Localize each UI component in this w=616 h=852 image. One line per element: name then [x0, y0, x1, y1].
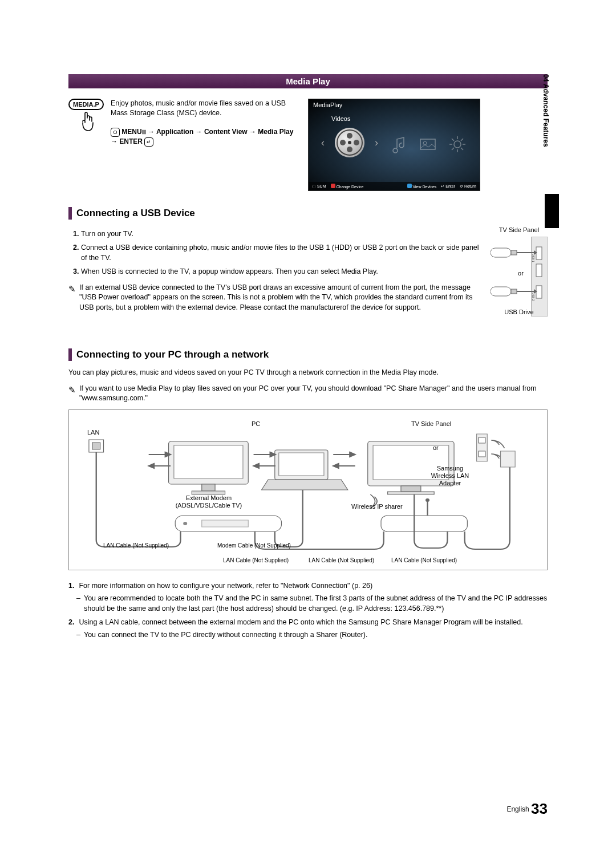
tv-side-label: TV Side Panel: [411, 420, 451, 428]
pc-label: PC: [252, 420, 260, 428]
enter-icon: ↵: [144, 137, 153, 147]
usb-steps: Turn on your TV. Connect a USB device co…: [68, 226, 479, 332]
lan-label: LAN: [87, 429, 99, 436]
svg-marker-50: [149, 464, 154, 468]
usb-note: ✎ If an external USB device connected to…: [68, 283, 479, 313]
svg-point-8: [454, 141, 461, 148]
svg-marker-58: [333, 464, 338, 468]
svg-point-3: [347, 147, 352, 152]
mediaplay-bottom-bar: ⬚ SUM Change Device View Devices ↵ Enter…: [309, 182, 480, 190]
svg-text:USB 2: USB 2: [532, 293, 535, 301]
lan-cable-4: LAN Cable (Not Supplied): [391, 557, 457, 564]
svg-rect-21: [491, 248, 511, 257]
svg-rect-36: [202, 484, 215, 491]
title-bar-icon: [68, 207, 72, 220]
pc-note-text: If you want to use Media Play to play fi…: [79, 384, 548, 404]
step-1-sub: –You are recommended to locate both the …: [76, 593, 548, 614]
svg-line-16: [452, 148, 454, 150]
return-label: ↺ Return: [460, 184, 476, 189]
svg-rect-19: [536, 264, 542, 277]
menu-icon: O: [111, 128, 120, 137]
intro-description: Enjoy photos, music and/or movie files s…: [111, 99, 297, 118]
svg-point-2: [354, 140, 359, 145]
lan-cable-2: LAN Cable (Not Supplied): [223, 557, 289, 564]
svg-rect-26: [511, 289, 517, 294]
page-footer: English 33: [506, 800, 548, 818]
svg-marker-56: [350, 452, 355, 457]
network-diagram: LAN PC TV Side Panel or Samsung Wireless…: [68, 409, 548, 570]
usb-note-text: If an external USB device connected to t…: [79, 283, 479, 313]
tv-side-panel-label: TV Side Panel: [491, 226, 548, 233]
svg-rect-20: [536, 286, 542, 298]
svg-point-5: [348, 141, 351, 144]
svg-point-7: [423, 141, 427, 145]
mediaplay-icons: ‹ ›: [309, 128, 480, 157]
pc-steps: 1. For more information on how to config…: [68, 581, 548, 640]
mediaplay-title: MediaPlay: [309, 99, 480, 111]
section-usb-title: Connecting a USB Device: [68, 207, 548, 220]
nav-menu: MENU: [121, 128, 141, 136]
change-device-label: Change Device: [336, 185, 363, 189]
intro-section: MEDIA.P Enjoy photos, music and/or movie…: [68, 99, 548, 191]
svg-rect-45: [479, 437, 485, 443]
side-tab-marker: [545, 194, 559, 228]
page-number: 33: [531, 800, 548, 817]
videos-reel-icon: [335, 128, 364, 157]
chapter-number: 04: [542, 74, 550, 82]
lan-cable-3: LAN Cable (Not Supplied): [309, 557, 374, 564]
svg-rect-46: [479, 451, 485, 457]
svg-rect-18: [536, 247, 542, 259]
section-usb-heading: Connecting a USB Device: [76, 208, 195, 219]
step-2-sub: –You can connect the TV to the PC direct…: [76, 630, 548, 640]
svg-rect-61: [202, 520, 248, 527]
svg-line-14: [461, 148, 463, 150]
svg-rect-35: [174, 445, 243, 478]
svg-point-60: [183, 522, 187, 525]
or-label-2: or: [433, 444, 439, 452]
external-modem-label: External Modem (ADSL/VDSL/Cable TV): [175, 494, 243, 509]
tv-side-panel-graphic: TV Side Panel USB 1 USB 2 or: [491, 226, 548, 332]
svg-rect-25: [491, 287, 511, 296]
remote-button-label: MEDIA.P: [68, 99, 104, 110]
enter-label: ↵ Enter: [441, 184, 455, 189]
note-icon: ✎: [68, 384, 76, 404]
sum-indicator: ⬚ SUM: [312, 184, 326, 189]
hand-icon: [68, 111, 104, 137]
svg-text:USB 1: USB 1: [532, 254, 535, 262]
section-pc-title: Connecting to your PC through a network: [68, 348, 548, 361]
chevron-right-icon: ›: [375, 137, 378, 149]
settings-icon: [448, 135, 467, 154]
svg-rect-65: [501, 451, 516, 467]
chevron-left-icon: ‹: [321, 137, 325, 149]
step-1-num: 1.: [68, 581, 74, 591]
usb-port-diagram: USB 1 USB 2: [491, 237, 548, 317]
key-a-icon: [331, 184, 335, 188]
page-title-bar: Media Play: [68, 74, 548, 88]
svg-line-13: [452, 139, 454, 141]
svg-rect-6: [420, 139, 435, 149]
usb-step-2: Connect a USB device containing photo, m…: [81, 242, 479, 263]
svg-marker-54: [254, 464, 259, 468]
section-pc-heading: Connecting to your PC through a network: [76, 349, 269, 360]
remote-button-graphic: MEDIA.P: [68, 99, 104, 191]
pc-intro-text: You can play pictures, music and videos …: [68, 368, 548, 378]
mediaplay-category: Videos: [309, 111, 480, 125]
title-bar-icon: [68, 348, 72, 361]
intro-left: MEDIA.P Enjoy photos, music and/or movie…: [68, 99, 297, 191]
pc-note: ✎ If you want to use Media Play to play …: [68, 384, 548, 404]
note-icon: ✎: [68, 283, 76, 313]
intro-text-block: Enjoy photos, music and/or movie files s…: [111, 99, 297, 191]
svg-rect-32: [92, 443, 100, 449]
usb-step-list: Turn on your TV. Connect a USB device co…: [68, 229, 479, 277]
svg-rect-42: [401, 486, 421, 492]
wireless-sharer-label: Wireless IP sharer: [351, 503, 403, 510]
usb-drive-label: USB Drive: [491, 309, 548, 315]
lan-cable-1: LAN Cable (Not Supplied): [103, 542, 169, 549]
svg-rect-43: [388, 492, 434, 494]
modem-cable: Modem Cable (Not Supplied): [217, 542, 291, 549]
svg-rect-62: [381, 516, 467, 532]
or-label: or: [512, 270, 529, 277]
svg-point-1: [347, 133, 352, 139]
usb-step-1: Turn on your TV.: [81, 229, 479, 239]
step-1-text: For more information on how to configure…: [79, 581, 372, 591]
